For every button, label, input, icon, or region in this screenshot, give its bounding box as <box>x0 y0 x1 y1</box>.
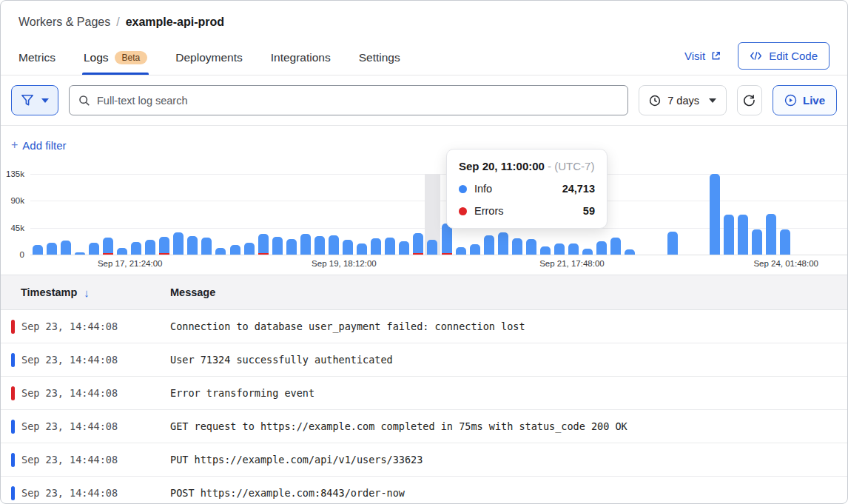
chart-bar[interactable] <box>47 243 57 255</box>
time-range-label: 7 days <box>667 95 699 107</box>
chart-bar[interactable] <box>343 240 353 255</box>
external-link-icon <box>710 50 721 61</box>
code-icon <box>750 51 762 61</box>
chart-bar[interactable] <box>89 243 99 255</box>
chart-bar[interactable] <box>201 238 212 255</box>
chart-bar[interactable] <box>329 235 339 255</box>
chart-bar[interactable] <box>540 246 551 255</box>
chart-bar[interactable] <box>314 236 325 255</box>
chart-bar[interactable] <box>512 238 522 255</box>
chart-bar[interactable] <box>610 238 621 255</box>
message-column-header: Message <box>155 286 215 298</box>
visit-link[interactable]: Visit <box>684 50 721 62</box>
chart-bar[interactable] <box>61 241 71 255</box>
chart-bar[interactable] <box>413 233 423 255</box>
chart-bar[interactable] <box>244 243 255 255</box>
edit-code-button[interactable]: Edit Code <box>738 42 830 70</box>
log-timestamp: Sep 23, 14:44:08 <box>15 354 155 366</box>
clock-icon <box>649 95 661 107</box>
log-row[interactable]: Sep 23, 14:44:08Error transforming event <box>1 377 847 410</box>
filter-menu-button[interactable] <box>11 85 58 115</box>
chart-bar[interactable] <box>526 239 536 255</box>
log-search-box[interactable] <box>69 85 628 115</box>
x-axis-labels: Sep 17, 21:24:00Sep 19, 18:12:00Sep 21, … <box>30 259 847 272</box>
chevron-down-icon <box>709 98 716 103</box>
errors-dot-icon <box>459 207 467 215</box>
log-message: POST https://example.com:8443/order-now <box>155 487 405 499</box>
breadcrumb-workers-pages[interactable]: Workers & Pages <box>18 16 110 29</box>
chart-bar[interactable] <box>625 249 635 255</box>
play-circle-icon <box>784 94 797 107</box>
log-row[interactable]: Sep 23, 14:44:08User 71324 successfully … <box>1 343 847 377</box>
chart-bar[interactable] <box>568 243 579 255</box>
chart-bar[interactable] <box>710 174 720 255</box>
chart-bar[interactable] <box>470 244 480 255</box>
chart-bar[interactable] <box>371 238 381 255</box>
add-filter-button[interactable]: + Add filter <box>11 138 67 152</box>
chart-bar[interactable] <box>399 241 409 255</box>
chart-bar[interactable] <box>75 252 85 255</box>
chart-bar[interactable] <box>131 242 141 255</box>
tooltip-errors-label: Errors <box>474 205 503 217</box>
chart-bar[interactable] <box>766 214 776 255</box>
chart-bar[interactable] <box>286 239 297 255</box>
chart-bar[interactable] <box>357 243 367 255</box>
search-input[interactable] <box>97 95 619 107</box>
log-timestamp: Sep 23, 14:44:08 <box>15 420 155 432</box>
chart-bar[interactable] <box>498 232 508 255</box>
tab-integrations[interactable]: Integrations <box>271 45 331 75</box>
chart-bar[interactable] <box>173 232 184 255</box>
log-row[interactable]: Sep 23, 14:44:08GET request to https://e… <box>1 410 847 443</box>
time-range-dropdown[interactable]: 7 days <box>639 85 727 115</box>
chart-bar[interactable] <box>752 229 762 255</box>
chart-bar[interactable] <box>484 235 494 255</box>
y-axis-tick: 45k <box>0 224 24 232</box>
chart-bar[interactable] <box>230 245 240 255</box>
chart-bar[interactable] <box>33 245 43 255</box>
chart-bar-error-segment <box>442 253 452 255</box>
x-axis-tick: Sep 21, 17:48:00 <box>539 259 605 268</box>
tab-settings[interactable]: Settings <box>359 45 400 75</box>
chart-bar[interactable] <box>300 234 311 255</box>
log-row[interactable]: Sep 23, 14:44:08POST https://example.com… <box>1 477 847 504</box>
timestamp-column-header[interactable]: Timestamp ↓ <box>1 286 155 299</box>
search-icon <box>78 95 90 107</box>
chart-bar[interactable] <box>187 236 198 255</box>
chart-bar[interactable] <box>667 232 678 255</box>
live-button[interactable]: Live <box>773 85 837 115</box>
chart-bar[interactable] <box>103 238 113 255</box>
tooltip-info-label: Info <box>474 183 492 195</box>
refresh-button[interactable] <box>737 85 762 115</box>
chart-bar[interactable] <box>159 237 169 255</box>
log-row[interactable]: Sep 23, 14:44:08Connection to database u… <box>1 310 847 343</box>
tooltip-title: Sep 20, 11:00:00 - (UTC-7) <box>459 160 595 172</box>
chart-bar[interactable] <box>780 229 790 255</box>
add-filter-row: + Add filter <box>1 126 847 165</box>
refresh-icon <box>743 94 756 107</box>
chart-bar[interactable] <box>145 240 155 255</box>
tab-metrics[interactable]: Metrics <box>18 45 55 75</box>
sort-descending-icon[interactable]: ↓ <box>84 286 90 299</box>
chart-bar[interactable] <box>456 247 466 255</box>
chart-bar[interactable] <box>554 243 565 255</box>
chart-bar[interactable] <box>215 248 226 255</box>
chart-bar[interactable] <box>582 249 593 255</box>
chart-bar[interactable] <box>385 238 395 255</box>
chart-bar[interactable] <box>738 215 748 255</box>
chart-plot-area[interactable]: 135k 90k 45k 0 <box>30 174 847 255</box>
chart-bar[interactable] <box>117 248 127 255</box>
log-timestamp: Sep 23, 14:44:08 <box>15 487 155 499</box>
x-axis-tick: Sep 24, 01:48:00 <box>753 259 818 268</box>
x-axis-tick: Sep 19, 18:12:00 <box>312 259 377 268</box>
chart-bar[interactable] <box>258 234 269 255</box>
chart-bar-error-segment <box>103 253 113 255</box>
chart-bar[interactable] <box>272 237 283 255</box>
log-row[interactable]: Sep 23, 14:44:08PUT https://example.com/… <box>1 443 847 477</box>
chart-tooltip: Sep 20, 11:00:00 - (UTC-7) Info 24,713 E… <box>446 149 608 229</box>
tab-logs[interactable]: Logs Beta <box>84 45 147 75</box>
chart-bar[interactable] <box>427 240 437 255</box>
tab-deployments[interactable]: Deployments <box>175 45 242 75</box>
chart-bar[interactable] <box>724 215 734 255</box>
chart-bar[interactable] <box>596 241 607 255</box>
page-header: Workers & Pages / example-api-prod Metri… <box>1 1 847 75</box>
